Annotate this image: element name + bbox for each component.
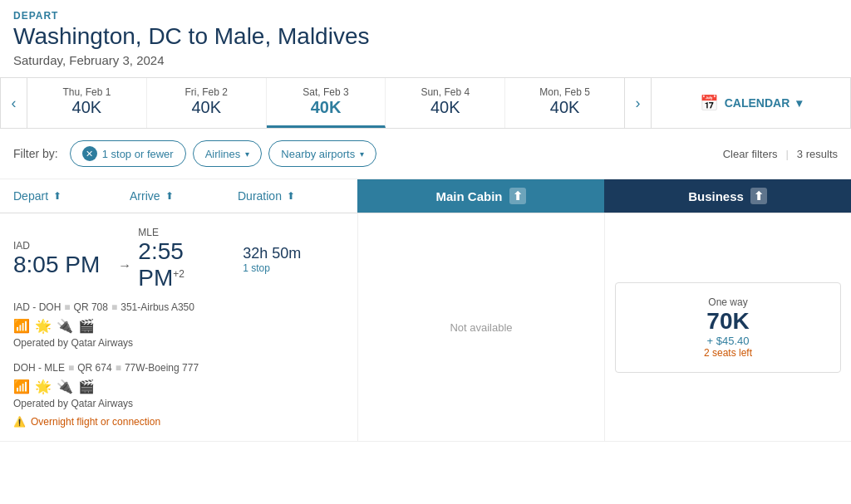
flight-arrive-0: MLE 2:55 PM+2 — [138, 227, 229, 291]
depart-code-0: IAD — [13, 240, 111, 252]
arrive-sort-icon: ⬆ — [165, 190, 174, 202]
date-option-2[interactable]: Sat, Feb 3 40K — [267, 78, 386, 128]
wifi-icon2-0: 📶 — [13, 379, 30, 394]
arrive-sort-col[interactable]: Arrive ⬆ — [116, 181, 224, 211]
calendar-next-btn[interactable]: › — [624, 78, 651, 128]
arrive-sort-label: Arrive — [130, 189, 160, 203]
seg1-route-0: IAD - DOH — [13, 301, 61, 313]
filter-chips: ✕1 stop or fewerAirlines▾Nearby airports… — [70, 140, 377, 167]
date-label-1: Fri, Feb 2 — [152, 86, 261, 98]
arrow-right-icon-0: → — [118, 258, 131, 273]
calendar-button[interactable]: 📅 CALENDAR ▾ — [651, 78, 850, 128]
filter-chip-0[interactable]: ✕1 stop or fewer — [70, 140, 186, 167]
stops-label-0: 1 stop — [243, 262, 344, 274]
operated2-0: Operated by Qatar Airways — [13, 398, 199, 409]
business-cell-0[interactable]: One way 70K + $45.40 2 seats left — [604, 213, 851, 441]
main-cabin-header[interactable]: Main Cabin ⬆ — [357, 179, 604, 213]
date-label-2: Sat, Feb 3 — [272, 86, 381, 98]
cabin-headers: Main Cabin ⬆ Business ⬆ — [357, 179, 851, 213]
star-icon-0: 🌟 — [35, 318, 52, 334]
date-option-4[interactable]: Mon, Feb 5 40K — [505, 78, 624, 128]
seg2-dot2-0: ■ — [116, 362, 121, 374]
seg1-dot2-0: ■ — [111, 301, 117, 313]
seg1-flight-0: QR 708 — [74, 301, 108, 313]
operated1-0: Operated by Qatar Airways — [13, 337, 194, 349]
power-icon-0: 🔌 — [57, 318, 73, 334]
calendar-btn-label: CALENDAR — [725, 96, 790, 110]
date-points-2: 40K — [272, 98, 381, 117]
route-title: Washington, DC to Male, Maldives — [0, 23, 851, 53]
business-sort-icon: ⬆ — [750, 188, 767, 204]
segment2-details-0: DOH - MLE ■ QR 674 ■ 77W-Boeing 777 — [13, 362, 199, 374]
duration-sort-label: Duration — [238, 189, 282, 203]
date-label-3: Sun, Feb 4 — [391, 86, 499, 98]
duration-sort-col[interactable]: Duration ⬆ — [224, 181, 357, 211]
flights-list: IAD 8:05 PM → MLE 2:55 PM+2 32h 50m 1 st… — [0, 213, 851, 442]
star-icon2-0: 🌟 — [35, 379, 52, 394]
chip-label-2: Nearby airports — [281, 148, 355, 160]
depart-label: DEPART — [0, 0, 851, 23]
arrive-code-0: MLE — [138, 227, 229, 238]
movie-icon2-0: 🎬 — [78, 379, 95, 394]
not-available-0: Not available — [450, 321, 512, 334]
price-points-0: 70K — [706, 308, 749, 335]
chip-label-0: 1 stop or fewer — [102, 148, 174, 160]
depart-sort-icon: ⬆ — [53, 190, 61, 202]
flight-row-0: IAD 8:05 PM → MLE 2:55 PM+2 32h 50m 1 st… — [0, 213, 851, 442]
flight-depart-0: IAD 8:05 PM — [13, 240, 111, 278]
flight-info-0: IAD 8:05 PM → MLE 2:55 PM+2 32h 50m 1 st… — [0, 213, 357, 441]
depart-sort-label: Depart — [13, 189, 48, 203]
power-icon2-0: 🔌 — [57, 379, 73, 394]
seg1-aircraft-0: 351-Airbus A350 — [121, 301, 194, 313]
chip-label-1: Airlines — [205, 148, 241, 160]
duration-time-0: 32h 50m — [243, 245, 344, 262]
segment1-details-0: IAD - DOH ■ QR 708 ■ 351-Airbus A350 — [13, 301, 194, 313]
seats-left-0: 2 seats left — [704, 347, 752, 359]
segment1-0: IAD - DOH ■ QR 708 ■ 351-Airbus A350 📶 🌟… — [13, 295, 194, 349]
business-label: Business — [688, 189, 744, 203]
date-points-0: 40K — [32, 98, 141, 117]
chip-remove-btn-0[interactable]: ✕ — [82, 146, 97, 161]
clear-filters-btn[interactable]: Clear filters — [723, 148, 778, 160]
flight-times-0: IAD 8:05 PM → MLE 2:55 PM+2 32h 50m 1 st… — [13, 227, 344, 291]
clear-filters-section: Clear filters | 3 results — [723, 148, 838, 160]
filter-chip-1[interactable]: Airlines▾ — [193, 140, 263, 167]
date-options: Thu, Feb 1 40KFri, Feb 2 40KSat, Feb 3 4… — [27, 78, 624, 128]
filter-by-label: Filter by: — [13, 147, 58, 160]
seg2-dot1-0: ■ — [68, 362, 74, 374]
date-option-1[interactable]: Fri, Feb 2 40K — [147, 78, 267, 128]
filter-chip-2[interactable]: Nearby airports▾ — [268, 140, 376, 167]
date-option-3[interactable]: Sun, Feb 4 40K — [386, 78, 505, 128]
seg1-dot1-0: ■ — [64, 301, 70, 313]
date-label-0: Thu, Feb 1 — [32, 86, 141, 98]
amenities1-0: 📶 🌟 🔌 🎬 — [13, 318, 194, 334]
filter-bar: Filter by: ✕1 stop or fewerAirlines▾Near… — [0, 129, 851, 179]
warning-icon-0: ⚠️ — [13, 416, 26, 428]
arrive-time-0: 2:55 PM+2 — [138, 238, 229, 291]
warning-text-0: Overnight flight or connection — [31, 416, 160, 428]
segment2-0: DOH - MLE ■ QR 674 ■ 77W-Boeing 777 📶 🌟 … — [13, 355, 199, 409]
price-card-0[interactable]: One way 70K + $45.40 2 seats left — [615, 282, 841, 373]
date-option-0[interactable]: Thu, Feb 1 40K — [27, 78, 147, 128]
amenities2-0: 📶 🌟 🔌 🎬 — [13, 379, 199, 394]
plus-days-0: +2 — [173, 268, 184, 280]
calendar-dropdown-icon: ▾ — [796, 96, 802, 110]
overnight-warning-0: ⚠️ Overnight flight or connection — [13, 416, 160, 428]
main-cabin-cell-0: Not available — [357, 213, 604, 441]
price-cash-0: + $45.40 — [707, 335, 750, 347]
date-label-4: Mon, Feb 5 — [510, 86, 619, 98]
business-header[interactable]: Business ⬆ — [604, 179, 851, 213]
main-cabin-label: Main Cabin — [435, 189, 502, 203]
movie-icon-0: 🎬 — [78, 318, 95, 334]
date-points-1: 40K — [152, 98, 261, 117]
main-cabin-sort-icon: ⬆ — [509, 188, 526, 204]
wifi-icon-0: 📶 — [13, 318, 30, 334]
date-points-4: 40K — [510, 98, 619, 117]
sort-headers-row: Depart ⬆ Arrive ⬆ Duration ⬆ Main Cabin … — [0, 179, 851, 213]
calendar-prev-btn[interactable]: ‹ — [1, 78, 27, 128]
calendar-icon: 📅 — [700, 94, 718, 112]
route-date: Saturday, February 3, 2024 — [0, 53, 851, 77]
pipe-divider: | — [785, 148, 788, 160]
depart-time-0: 8:05 PM — [13, 252, 111, 278]
depart-sort-col[interactable]: Depart ⬆ — [0, 181, 116, 211]
